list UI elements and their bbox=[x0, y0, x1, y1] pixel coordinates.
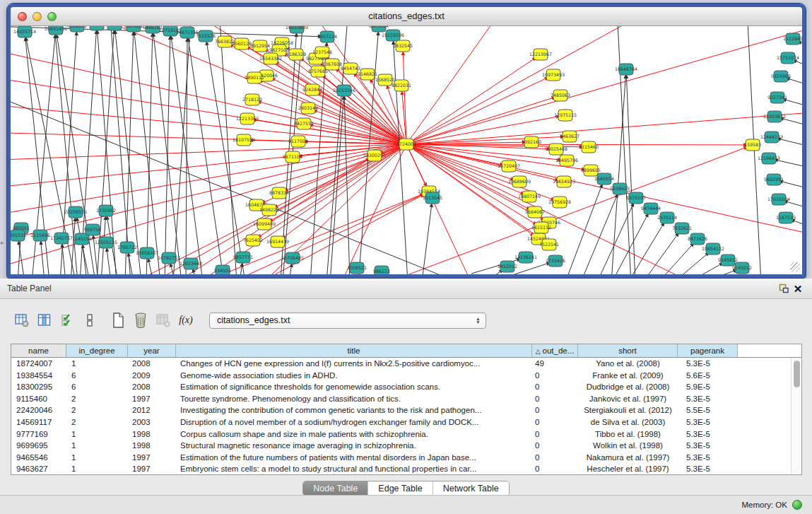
table-cell[interactable]: Genome-wide association studies in ADHD. bbox=[176, 370, 532, 382]
edge-black[interactable] bbox=[778, 160, 802, 168]
table-cell[interactable]: 1 bbox=[66, 440, 128, 452]
table-cell[interactable]: Disruption of a novel member of a sodium… bbox=[176, 416, 532, 428]
column-header-out_de[interactable]: △out_de... bbox=[532, 344, 578, 357]
table-cell[interactable]: 5.3E-5 bbox=[678, 358, 738, 370]
edge-black[interactable] bbox=[787, 100, 802, 107]
window-resize-grip[interactable] bbox=[790, 262, 800, 272]
edge-black[interactable] bbox=[62, 247, 66, 274]
table-cell[interactable]: 2008 bbox=[128, 358, 176, 370]
tab-edge-table[interactable]: Edge Table bbox=[368, 481, 433, 496]
edge-black[interactable] bbox=[207, 45, 245, 274]
graph-window-titlebar[interactable]: citations_edges.txt bbox=[11, 7, 802, 26]
edge-black[interactable] bbox=[787, 202, 802, 209]
edge-black[interactable] bbox=[581, 197, 616, 274]
edge-black[interactable] bbox=[165, 40, 170, 274]
float-panel-icon[interactable] bbox=[777, 282, 791, 295]
table-row[interactable]: 2242004622012Investigating the contribut… bbox=[11, 404, 791, 416]
table-cell[interactable]: Hescheler et al. (1997) bbox=[578, 463, 678, 474]
table-cell[interactable]: Structural magnetic resonance image aver… bbox=[176, 440, 532, 452]
table-cell[interactable]: 18724007 bbox=[11, 358, 66, 370]
table-row[interactable]: 946554611997Estimation of the future num… bbox=[11, 452, 791, 464]
edge-black[interactable] bbox=[394, 45, 408, 274]
table-cell[interactable]: 1 bbox=[66, 463, 128, 474]
graph-window[interactable]: citations_edges.txt 14055714206914068836… bbox=[7, 4, 806, 278]
table-source-select[interactable]: citations_edges.txt ▲▼ bbox=[209, 313, 486, 329]
edge-black[interactable] bbox=[784, 119, 802, 127]
table-cell[interactable]: 5.3E-5 bbox=[678, 440, 738, 452]
table-cell[interactable]: 5.3E-5 bbox=[678, 463, 738, 474]
table-cell[interactable]: Dudbridge et al. (2008) bbox=[578, 381, 678, 393]
table-cell[interactable]: Stergiakouli et al. (2012) bbox=[578, 404, 678, 416]
delete-table-icon[interactable] bbox=[131, 311, 150, 329]
function-builder-icon[interactable]: f(x) bbox=[177, 311, 195, 329]
column-header-name[interactable]: name bbox=[11, 344, 66, 357]
edge-black[interactable] bbox=[219, 26, 237, 274]
table-cell[interactable]: 2 bbox=[66, 404, 128, 416]
show-columns-icon[interactable] bbox=[35, 311, 54, 329]
create-table-icon[interactable] bbox=[109, 311, 127, 329]
table-cell[interactable]: 9465546 bbox=[11, 452, 66, 464]
table-cell[interactable]: Jankovic et al. (1997) bbox=[578, 393, 678, 405]
table-cell[interactable]: 2012 bbox=[128, 404, 176, 416]
table-cell[interactable]: 0 bbox=[532, 404, 578, 416]
edge-red[interactable] bbox=[320, 95, 406, 144]
panel-collapse-arrow-icon[interactable]: ▸ bbox=[1, 239, 4, 246]
edge-black[interactable] bbox=[674, 255, 706, 274]
table-cell[interactable]: Investigating the contribution of common… bbox=[176, 404, 532, 416]
edge-black[interactable] bbox=[149, 262, 153, 274]
edge-black[interactable] bbox=[794, 221, 802, 228]
edge-red[interactable] bbox=[406, 59, 533, 144]
table-cell[interactable]: 22420046 bbox=[11, 404, 66, 416]
column-header-pagerank[interactable]: pagerank bbox=[678, 344, 738, 357]
table-cell[interactable]: 9699695 bbox=[11, 440, 66, 452]
table-row[interactable]: 977716911998Corpus callosum shape and si… bbox=[11, 428, 791, 440]
table-cell[interactable]: Embryonic stem cells: a model to study s… bbox=[176, 463, 532, 474]
table-cell[interactable]: 14569117 bbox=[11, 416, 66, 428]
column-header-short[interactable]: short bbox=[578, 344, 678, 357]
table-cell[interactable]: Changes of HCN gene expression and I(f) … bbox=[176, 358, 532, 370]
table-cell[interactable]: 2009 bbox=[128, 370, 176, 382]
column-header-title[interactable]: title bbox=[176, 344, 532, 357]
table-row[interactable]: 1938455462009Genome-wide association stu… bbox=[11, 370, 791, 382]
table-cell[interactable]: 0 bbox=[532, 428, 578, 440]
edge-black[interactable] bbox=[330, 100, 343, 274]
table-cell[interactable]: Estimation of significance thresholds fo… bbox=[176, 381, 532, 393]
table-cell[interactable]: Tourette syndrome. Phenomenology and cla… bbox=[176, 393, 532, 405]
table-cell[interactable]: 1998 bbox=[128, 428, 176, 440]
edge-black[interactable] bbox=[781, 139, 802, 147]
table-cell[interactable]: 2 bbox=[66, 393, 128, 405]
table-cell[interactable]: 6 bbox=[66, 381, 128, 393]
network-canvas[interactable]: 1405571420691406883657228837141065328715… bbox=[11, 26, 802, 274]
table-cell[interactable]: 5.5E-5 bbox=[678, 404, 738, 416]
edge-black[interactable] bbox=[801, 43, 802, 49]
edge-black[interactable] bbox=[643, 236, 676, 274]
table-cell[interactable]: Yano et al. (2008) bbox=[578, 358, 678, 370]
table-cell[interactable]: 49 bbox=[532, 358, 578, 370]
table-cell[interactable]: 0 bbox=[532, 370, 578, 382]
table-cell[interactable]: 0 bbox=[532, 416, 578, 428]
table-cell[interactable]: 5.3E-5 bbox=[678, 452, 738, 464]
table-cell[interactable]: 2008 bbox=[128, 381, 176, 393]
table-cell[interactable]: 9115460 bbox=[11, 393, 66, 405]
edge-red[interactable] bbox=[406, 26, 802, 144]
edge-black[interactable] bbox=[173, 26, 192, 274]
edge-black[interactable] bbox=[344, 100, 350, 274]
memory-ok-indicator-icon[interactable] bbox=[792, 500, 802, 510]
table-cell[interactable]: 1 bbox=[66, 428, 128, 440]
table-cell[interactable]: 0 bbox=[532, 393, 578, 405]
table-cell[interactable]: Wolkin et al. (1998) bbox=[578, 440, 678, 452]
column-header-year[interactable]: year bbox=[128, 344, 176, 357]
table-cell[interactable]: 5.6E-5 bbox=[678, 370, 738, 382]
table-vertical-scrollbar[interactable] bbox=[791, 358, 801, 474]
table-cell[interactable]: 1 bbox=[66, 452, 128, 464]
maximize-window-icon[interactable] bbox=[47, 12, 57, 21]
table-cell[interactable]: 1997 bbox=[128, 452, 176, 464]
table-cell[interactable]: 5.3E-5 bbox=[678, 416, 738, 428]
table-cell[interactable]: 2 bbox=[66, 416, 128, 428]
table-cell[interactable]: 9777169 bbox=[11, 428, 66, 440]
table-row[interactable]: 911546021997Tourette syndrome. Phenomeno… bbox=[11, 393, 791, 405]
table-cell[interactable]: 9463627 bbox=[11, 463, 66, 474]
edge-red[interactable] bbox=[180, 195, 420, 274]
edge-red[interactable] bbox=[406, 79, 545, 144]
tab-network-table[interactable]: Network Table bbox=[433, 481, 509, 496]
